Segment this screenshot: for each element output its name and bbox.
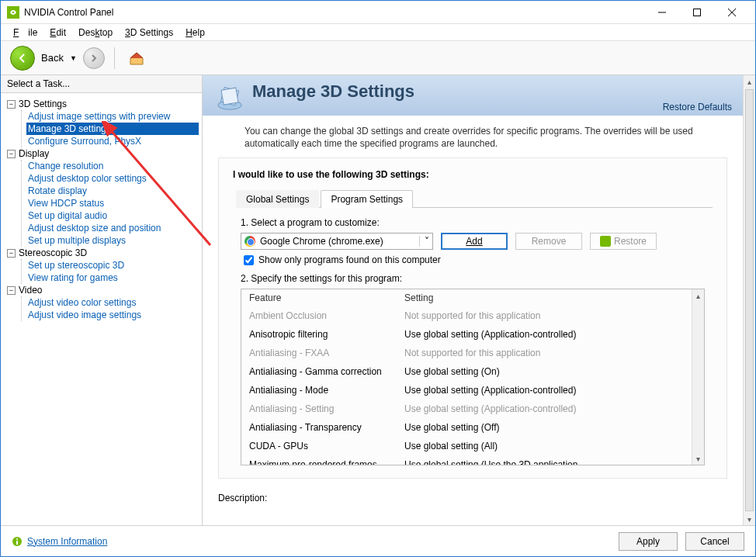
tree-toggle-icon[interactable]: −: [7, 249, 16, 258]
tree-item-change-resolution[interactable]: Change resolution: [26, 160, 199, 172]
chevron-down-icon: ˅: [419, 236, 429, 247]
tree-toggle-icon[interactable]: −: [7, 150, 16, 158]
menu-file[interactable]: File: [9, 26, 42, 40]
show-only-programs-label: Show only programs found on this compute…: [258, 254, 441, 265]
show-only-programs-input[interactable]: [244, 255, 254, 265]
tab-body: 1. Select a program to customize: Google…: [233, 208, 713, 472]
feature-row[interactable]: Antialiasing - FXAANot supported for thi…: [241, 344, 692, 362]
feature-row[interactable]: Maximum pre-rendered framesUse global se…: [241, 455, 692, 465]
menu-edit[interactable]: Edit: [45, 26, 71, 40]
maximize-button[interactable]: [679, 2, 714, 23]
info-icon: [12, 536, 23, 547]
tree-item-configure-surround-physx[interactable]: Configure Surround, PhysX: [26, 135, 199, 147]
tree-item-set-up-stereoscopic-3d[interactable]: Set up stereoscopic 3D: [26, 259, 199, 272]
menu-desktop[interactable]: Desktop: [74, 26, 117, 40]
tree-toggle-icon[interactable]: −: [7, 100, 16, 109]
tab-global-settings[interactable]: Global Settings: [236, 190, 319, 208]
svg-rect-11: [16, 541, 18, 545]
description-label: Description:: [218, 493, 727, 503]
tree-toggle-icon[interactable]: −: [7, 286, 16, 295]
show-only-programs-checkbox[interactable]: Show only programs found on this compute…: [244, 254, 705, 265]
tree-item-adjust-image-settings-with-preview[interactable]: Adjust image settings with preview: [26, 110, 199, 123]
forward-button[interactable]: [83, 47, 105, 69]
menu-bar: File Edit Desktop 3D Settings Help: [1, 24, 755, 41]
back-dropdown-arrow-icon[interactable]: ▼: [70, 54, 77, 62]
feature-row[interactable]: Anisotropic filteringUse global setting …: [241, 325, 692, 344]
feature-setting: Use global setting (All): [404, 438, 498, 454]
cancel-button[interactable]: Cancel: [685, 532, 744, 551]
task-sidebar: Select a Task... −3D SettingsAdjust imag…: [1, 75, 203, 525]
chrome-icon: [244, 236, 255, 247]
feature-row[interactable]: Antialiasing - Gamma correctionUse globa…: [241, 362, 692, 381]
program-select-value: Google Chrome (chrome.exe): [260, 236, 383, 247]
tree-item-adjust-video-image-settings[interactable]: Adjust video image settings: [26, 309, 199, 321]
tab-program-settings[interactable]: Program Settings: [321, 190, 413, 208]
tree-item-view-hdcp-status[interactable]: View HDCP status: [26, 197, 199, 209]
window-controls: [644, 2, 749, 23]
tree-group-display[interactable]: −Display: [7, 147, 199, 160]
scroll-down-icon[interactable]: ▾: [692, 452, 704, 465]
nvidia-logo-icon: [7, 6, 19, 19]
toolbar-separator: [114, 47, 115, 69]
page-title: Manage 3D Settings: [252, 81, 414, 102]
arrow-left-icon: [16, 52, 29, 64]
feature-setting: Not supported for this application: [404, 345, 540, 361]
tree-item-adjust-desktop-size-and-position[interactable]: Adjust desktop size and position: [26, 222, 199, 234]
feature-table-scrollbar[interactable]: ▴ ▾: [692, 289, 704, 465]
back-button[interactable]: [10, 46, 35, 71]
tree-item-manage-3d-settings[interactable]: Manage 3D settings: [26, 123, 199, 135]
scroll-up-icon[interactable]: ▴: [692, 289, 704, 302]
system-information-link[interactable]: System Information: [12, 536, 107, 547]
feature-row[interactable]: Antialiasing - TransparencyUse global se…: [241, 418, 692, 437]
page-description: You can change the global 3D settings an…: [203, 116, 743, 157]
feature-name: Antialiasing - FXAA: [249, 345, 404, 361]
feature-row[interactable]: Antialiasing - ModeUse global setting (A…: [241, 381, 692, 400]
tree-item-set-up-multiple-displays[interactable]: Set up multiple displays: [26, 234, 199, 247]
description-block: Description:: [218, 493, 727, 503]
footer: System Information Apply Cancel: [1, 525, 755, 556]
restore-button: Restore: [590, 233, 657, 250]
step1-label: 1. Select a program to customize:: [241, 217, 705, 228]
settings-panel: I would like to use the following 3D set…: [218, 157, 727, 479]
tree-item-adjust-desktop-color-settings[interactable]: Adjust desktop color settings: [26, 172, 199, 185]
minimize-button[interactable]: [644, 2, 679, 23]
step2-label: 2. Specify the settings for this program…: [241, 273, 705, 284]
svg-rect-8: [221, 88, 238, 105]
menu-3d-settings[interactable]: 3D Settings: [120, 26, 178, 40]
tree-item-set-up-digital-audio[interactable]: Set up digital audio: [26, 209, 199, 222]
feature-row[interactable]: Antialiasing - SettingUse global setting…: [241, 400, 692, 418]
window-title: NVIDIA Control Panel: [24, 7, 644, 18]
feature-row[interactable]: Ambient OcclusionNot supported for this …: [241, 306, 692, 325]
add-button[interactable]: Add: [441, 233, 508, 250]
feature-name: Antialiasing - Gamma correction: [249, 364, 404, 379]
feature-row[interactable]: CUDA - GPUsUse global setting (All): [241, 437, 692, 455]
tree-group-3d-settings[interactable]: −3D Settings: [7, 98, 199, 110]
sidebar-title: Select a Task...: [1, 75, 202, 93]
title-bar: NVIDIA Control Panel: [1, 1, 755, 24]
tree-group-label: Display: [19, 148, 49, 159]
apply-button[interactable]: Apply: [619, 532, 678, 551]
feature-name: CUDA - GPUs: [249, 438, 404, 454]
svg-point-1: [12, 11, 14, 12]
remove-button: Remove: [515, 233, 582, 250]
tree-group-stereoscopic-3d[interactable]: −Stereoscopic 3D: [7, 247, 199, 259]
tabs: Global Settings Program Settings: [236, 189, 713, 208]
tree-item-adjust-video-color-settings[interactable]: Adjust video color settings: [26, 296, 199, 309]
program-select[interactable]: Google Chrome (chrome.exe) ˅: [241, 233, 433, 250]
home-button[interactable]: [124, 46, 149, 71]
feature-setting: Not supported for this application: [404, 308, 540, 323]
tree-group-video[interactable]: −Video: [7, 284, 199, 296]
restore-defaults-link[interactable]: Restore Defaults: [663, 102, 732, 112]
menu-help[interactable]: Help: [181, 26, 210, 40]
feature-setting: Use global setting (Application-controll…: [404, 401, 576, 417]
close-button[interactable]: [714, 2, 749, 23]
tree-item-view-rating-for-games[interactable]: View rating for games: [26, 272, 199, 284]
content-scroll-down-icon[interactable]: ▾: [744, 513, 755, 525]
tree-item-rotate-display[interactable]: Rotate display: [26, 185, 199, 197]
feature-table-header: Feature Setting: [241, 289, 692, 306]
feature-name: Antialiasing - Setting: [249, 401, 404, 417]
tree-group-label: 3D Settings: [19, 99, 67, 109]
content-scroll-up-icon[interactable]: ▴: [744, 75, 755, 88]
feature-setting: Use global setting (Off): [404, 420, 500, 435]
content-scrollbar[interactable]: ▴ ▾: [743, 75, 755, 525]
